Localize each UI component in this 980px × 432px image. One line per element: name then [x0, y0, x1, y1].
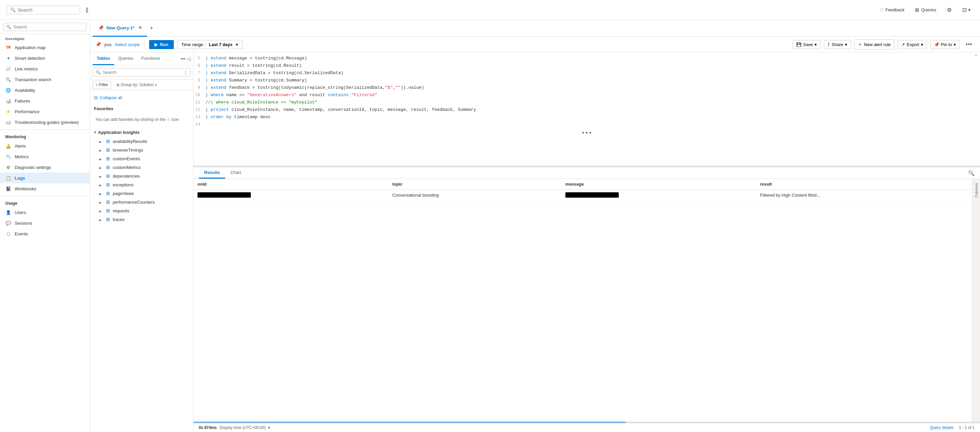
schema-item-customMetrics[interactable]: ▸ ⊞ customMetrics [90, 163, 193, 172]
sidebar-usage-label: Usage [0, 198, 90, 207]
sidebar-item-diagnostic-settings[interactable]: ⚙ Diagnostic settings [0, 162, 90, 172]
display-time-chevron-icon[interactable]: ▾ [268, 425, 270, 430]
sidebar-item-live-metrics[interactable]: 📈 Live metrics [0, 64, 90, 74]
group-by-button[interactable]: ⊞ Group by: Solution ▾ [114, 81, 159, 88]
schema-item-availabilityResults[interactable]: ▸ ⊞ availabilityResults [90, 137, 193, 145]
save-button[interactable]: 💾 Save ▾ [792, 40, 821, 49]
table-expand-icon-customEvents: ▸ [99, 156, 103, 161]
tab-functions[interactable]: Functions [137, 53, 164, 65]
sidebar-label-logs: Logs [15, 175, 25, 181]
users-icon: 👤 [5, 209, 11, 215]
table-label-dependencies: dependencies [113, 174, 140, 179]
tab-queries[interactable]: Queries [114, 53, 137, 65]
more-options-button[interactable]: ••• [963, 40, 975, 49]
sidebar-item-logs[interactable]: 📋 Logs [0, 172, 90, 183]
tab-new-query-1[interactable]: 📌 New Query 1* ✕ [93, 20, 147, 37]
schema-item-exceptions[interactable]: ▸ ⊞ exceptions [90, 180, 193, 189]
app-container: 🔍 ⟪ ♡ Feedback ⊞ Queries ⚙ ⊡ ▾ [0, 0, 980, 432]
settings-button[interactable]: ⚙ [944, 5, 954, 14]
collapse-all-button[interactable]: ⊟ Collapse all [90, 93, 193, 102]
sidebar-item-application-map[interactable]: 🗺 Application map [0, 42, 90, 53]
table-icon-requests: ⊞ [106, 208, 110, 213]
run-label: Run [160, 42, 168, 47]
tab-tables[interactable]: Tables [93, 53, 114, 65]
line-number-9: 9 [194, 84, 205, 91]
sidebar-item-sessions[interactable]: 💬 Sessions [0, 218, 90, 228]
middle-tab-more-button[interactable]: ••• ◁ [180, 56, 191, 61]
schema-item-performanceCounters[interactable]: ▸ ⊞ performanceCounters [90, 198, 193, 206]
schema-item-customEvents[interactable]: ▸ ⊞ customEvents [90, 154, 193, 163]
diagnostic-settings-icon: ⚙ [5, 164, 11, 170]
new-alert-rule-button[interactable]: ＋ New alert rule [854, 40, 894, 49]
middle-search-more-icon[interactable]: ⋮ [183, 70, 188, 75]
line-number-14: 14 [194, 121, 205, 128]
select-scope-link[interactable]: Select scope [115, 42, 139, 47]
queries-button[interactable]: ⊞ Queries [912, 6, 939, 14]
results-area: Results Chart 🔍 [194, 167, 980, 432]
filter-button[interactable]: ▿ Filter [93, 81, 111, 89]
schema-item-traces[interactable]: ▸ ⊞ traces [90, 215, 193, 224]
collapse-editor-button[interactable]: ⌃ [975, 54, 977, 59]
export-button[interactable]: ↗ Export ▾ [897, 40, 927, 49]
code-editor[interactable]: ⌃ 5 | extend message = tostring(cd.Messa… [194, 53, 980, 166]
editor-dots: ••• [194, 129, 980, 138]
run-button[interactable]: ▶ Run [149, 40, 173, 49]
content-row: Tables Queries Functions ••• ◁ [90, 53, 980, 432]
sidebar-label-users: Users [15, 210, 26, 215]
tab-results-label: Results [204, 170, 220, 175]
schema-item-dependencies[interactable]: ▸ ⊞ dependencies [90, 172, 193, 180]
pin-to-button[interactable]: 📌 Pin to ▾ [930, 40, 960, 49]
query-details-link[interactable]: Query details [930, 425, 954, 430]
line-number-10: 10 [194, 92, 205, 98]
top-bar-search-input[interactable] [18, 7, 76, 13]
sidebar-item-smart-detection[interactable]: ✦ Smart detection [0, 53, 90, 64]
sidebar-label-smart-detection: Smart detection [15, 56, 45, 61]
tab-results[interactable]: Results [199, 167, 225, 179]
sidebar-label-events: Events [15, 231, 28, 236]
group-by-label: Group by: Solution [121, 83, 154, 87]
app-insights-header[interactable]: ▾ Application Insights [90, 128, 193, 137]
sidebar-item-troubleshooting-guides[interactable]: 📖 Troubleshooting guides (preview) [0, 117, 90, 128]
schema-item-requests[interactable]: ▸ ⊞ requests [90, 206, 193, 215]
middle-panel: Tables Queries Functions ••• ◁ [90, 53, 194, 432]
cell-message [562, 190, 756, 201]
sidebar-item-metrics[interactable]: 📉 Metrics [0, 151, 90, 162]
favorites-label: Favorites [94, 106, 113, 111]
add-tab-button[interactable]: + [147, 25, 156, 32]
sidebar-item-performance[interactable]: ⚡ Performance [0, 106, 90, 117]
table-label-pageViews: pageViews [113, 191, 134, 196]
schema-item-pageViews[interactable]: ▸ ⊞ pageViews [90, 189, 193, 198]
expand-button[interactable]: ⊡ ▾ [960, 5, 973, 14]
schema-item-browserTimings[interactable]: ▸ ⊞ browserTimings [90, 145, 193, 154]
tab-chart[interactable]: Chart [225, 167, 247, 179]
table-label-requests: requests [113, 208, 129, 213]
sessions-icon: 💬 [5, 220, 11, 226]
filter-label: Filter [99, 83, 108, 87]
col-header-onId: onId [194, 179, 388, 190]
table-label-customMetrics: customMetrics [113, 165, 141, 170]
time-range-chevron-icon: ▾ [236, 42, 238, 47]
results-search-icon-button[interactable]: 🔍 [968, 170, 975, 176]
sidebar-item-availability[interactable]: 🌐 Availability [0, 85, 90, 96]
sidebar-item-workbooks[interactable]: 📓 Workbooks [0, 183, 90, 194]
run-play-icon: ▶ [154, 42, 158, 47]
table-expand-icon-availabilityResults: ▸ [99, 139, 103, 143]
sidebar-collapse-button[interactable]: ⟪ [83, 5, 91, 15]
feedback-button[interactable]: ♡ Feedback [877, 6, 907, 14]
middle-actions-bar: ▿ Filter ⊞ Group by: Solution ▾ [90, 80, 193, 91]
table-row[interactable]: Conversational boosting Filtered by High… [194, 190, 972, 201]
code-line-12: 12 | project cloud_RoleInstance, name, t… [194, 107, 980, 114]
tab-close-button[interactable]: ✕ [138, 26, 142, 30]
share-button[interactable]: ⤴ Share ▾ [824, 40, 851, 49]
sidebar-item-events[interactable]: ⬡ Events [0, 228, 90, 239]
sidebar-item-transaction-search[interactable]: 🔍 Transaction search [0, 74, 90, 85]
sidebar-item-alerts[interactable]: 🔔 Alerts [0, 140, 90, 151]
sidebar-item-failures[interactable]: 📊 Failures [0, 96, 90, 106]
columns-side-panel[interactable]: Columns [972, 179, 980, 422]
sidebar-search-input[interactable] [13, 24, 83, 29]
middle-search-input[interactable] [103, 70, 181, 75]
sidebar-item-users[interactable]: 👤 Users [0, 207, 90, 218]
col-header-result-label: result [760, 182, 772, 187]
time-range-button[interactable]: Time range : Last 7 days ▾ [177, 40, 242, 49]
table-label-exceptions: exceptions [113, 182, 134, 187]
